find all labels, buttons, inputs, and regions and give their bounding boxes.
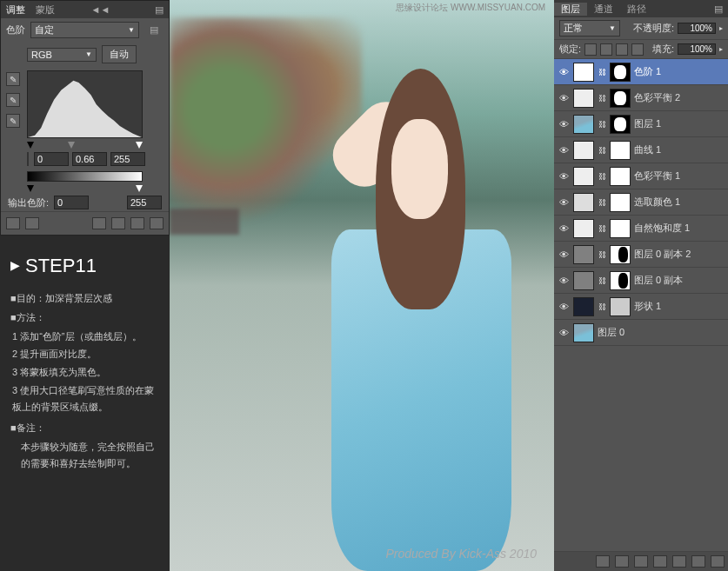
opacity-arrow-icon[interactable]: ▸ bbox=[719, 24, 723, 32]
lock-pixels-icon[interactable] bbox=[600, 43, 612, 56]
fill-field[interactable]: 100% bbox=[678, 43, 716, 55]
link-layers-icon[interactable] bbox=[596, 555, 610, 568]
visibility-eye-icon[interactable]: 👁 bbox=[558, 144, 570, 156]
layer-mask-thumb[interactable] bbox=[610, 141, 631, 160]
link-icon[interactable]: ⛓ bbox=[598, 94, 606, 103]
layer-mask-thumb[interactable] bbox=[610, 193, 631, 212]
layer-name[interactable]: 图层 1 bbox=[634, 117, 725, 130]
layer-row[interactable]: 👁⛓色彩平衡 1 bbox=[554, 163, 728, 189]
link-icon[interactable]: ⛓ bbox=[598, 146, 606, 155]
photo-canvas[interactable]: Produced By Kick-Ass 2010 bbox=[170, 0, 554, 571]
clip-icon[interactable] bbox=[27, 152, 29, 166]
layer-thumb[interactable] bbox=[573, 63, 594, 82]
layer-name[interactable]: 自然饱和度 1 bbox=[634, 222, 725, 235]
visibility-icon[interactable] bbox=[111, 217, 125, 229]
output-black-field[interactable] bbox=[54, 196, 89, 209]
layer-mask-thumb[interactable] bbox=[610, 63, 631, 82]
layer-name[interactable]: 图层 0 副本 bbox=[634, 274, 725, 287]
layer-name[interactable]: 色彩平衡 2 bbox=[634, 91, 725, 104]
tab-adjustments[interactable]: 调整 bbox=[6, 3, 25, 17]
layer-thumb[interactable] bbox=[573, 115, 594, 134]
layer-thumb[interactable] bbox=[573, 271, 594, 290]
fill-arrow-icon[interactable]: ▸ bbox=[719, 45, 723, 53]
link-icon[interactable]: ⛓ bbox=[598, 172, 606, 181]
link-icon[interactable]: ⛓ bbox=[598, 250, 606, 259]
visibility-eye-icon[interactable]: 👁 bbox=[558, 301, 570, 313]
input-gamma-field[interactable] bbox=[72, 152, 107, 166]
layer-row[interactable]: 👁⛓曲线 1 bbox=[554, 137, 728, 163]
preset-dropdown[interactable]: 自定 ▼ bbox=[30, 22, 139, 38]
visibility-eye-icon[interactable]: 👁 bbox=[558, 170, 570, 183]
link-icon[interactable]: ⛓ bbox=[598, 276, 606, 285]
layer-name[interactable]: 图层 0 副本 2 bbox=[634, 248, 725, 261]
layer-thumb[interactable] bbox=[573, 141, 594, 160]
panel-menu-icon[interactable]: ▤ bbox=[150, 4, 169, 16]
mask-icon[interactable] bbox=[634, 555, 648, 568]
histogram[interactable] bbox=[27, 70, 143, 138]
layer-mask-thumb[interactable] bbox=[610, 167, 631, 186]
eyedropper-gray-icon[interactable]: ✎ bbox=[6, 93, 20, 107]
visibility-eye-icon[interactable]: 👁 bbox=[558, 66, 570, 78]
adjustment-layer-icon[interactable] bbox=[653, 555, 667, 568]
layer-row[interactable]: 👁⛓图层 0 副本 2 bbox=[554, 242, 728, 268]
layer-thumb[interactable] bbox=[573, 219, 594, 238]
layer-name[interactable]: 曲线 1 bbox=[634, 143, 725, 156]
delete-icon[interactable] bbox=[150, 217, 164, 229]
visibility-eye-icon[interactable]: 👁 bbox=[558, 118, 570, 130]
output-white-field[interactable] bbox=[127, 196, 162, 209]
white-point-handle[interactable] bbox=[136, 142, 143, 149]
layer-mask-thumb[interactable] bbox=[610, 271, 631, 290]
auto-button[interactable]: 自动 bbox=[102, 45, 137, 63]
lock-all-icon[interactable] bbox=[631, 43, 644, 56]
input-black-field[interactable] bbox=[34, 152, 69, 166]
layers-menu-icon[interactable]: ▤ bbox=[709, 3, 728, 15]
layer-row[interactable]: 👁⛓自然饱和度 1 bbox=[554, 216, 728, 242]
link-icon[interactable]: ⛓ bbox=[598, 224, 606, 233]
layer-row[interactable]: 👁⛓图层 1 bbox=[554, 111, 728, 137]
layer-row[interactable]: 👁⛓色彩平衡 2 bbox=[554, 85, 728, 111]
layer-thumb[interactable] bbox=[573, 323, 594, 342]
opacity-field[interactable]: 100% bbox=[678, 23, 716, 34]
tab-channels[interactable]: 通道 bbox=[587, 3, 620, 16]
channel-dropdown[interactable]: RGB ▼ bbox=[27, 48, 97, 62]
lock-transparent-icon[interactable] bbox=[584, 43, 597, 56]
layer-thumb[interactable] bbox=[573, 297, 594, 316]
link-icon[interactable]: ⛓ bbox=[598, 302, 606, 311]
return-icon[interactable] bbox=[6, 217, 20, 229]
clip-layer-icon[interactable] bbox=[92, 217, 106, 229]
eyedropper-black-icon[interactable]: ✎ bbox=[6, 72, 20, 86]
layer-thumb[interactable] bbox=[573, 193, 594, 212]
layer-thumb[interactable] bbox=[573, 245, 594, 264]
layer-row[interactable]: 👁⛓选取颜色 1 bbox=[554, 189, 728, 216]
link-icon[interactable]: ⛓ bbox=[598, 120, 606, 129]
layer-mask-thumb[interactable] bbox=[610, 115, 631, 134]
layer-mask-thumb[interactable] bbox=[610, 297, 631, 316]
visibility-eye-icon[interactable]: 👁 bbox=[558, 249, 570, 261]
fx-icon[interactable] bbox=[615, 555, 629, 568]
layer-name[interactable]: 色阶 1 bbox=[634, 65, 725, 78]
layer-name[interactable]: 形状 1 bbox=[634, 300, 725, 313]
layer-name[interactable]: 图层 0 bbox=[598, 326, 725, 339]
output-white-handle[interactable] bbox=[136, 185, 143, 192]
layer-mask-thumb[interactable] bbox=[610, 89, 631, 108]
trash-icon[interactable] bbox=[711, 555, 725, 568]
eyedropper-white-icon[interactable]: ✎ bbox=[6, 114, 20, 128]
visibility-eye-icon[interactable]: 👁 bbox=[558, 275, 570, 287]
layer-mask-thumb[interactable] bbox=[610, 245, 631, 264]
tab-paths[interactable]: 路径 bbox=[620, 3, 653, 16]
tab-masks[interactable]: 蒙版 bbox=[36, 3, 55, 17]
layer-row[interactable]: 👁⛓形状 1 bbox=[554, 294, 728, 320]
gamma-handle[interactable] bbox=[68, 142, 75, 149]
layer-name[interactable]: 色彩平衡 1 bbox=[634, 169, 725, 183]
layer-row[interactable]: 👁图层 0 bbox=[554, 320, 728, 346]
panel-close-icon[interactable]: ◄◄ bbox=[91, 4, 110, 15]
visibility-eye-icon[interactable]: 👁 bbox=[558, 327, 570, 339]
blend-mode-dropdown[interactable]: 正常 ▼ bbox=[559, 20, 620, 37]
group-icon[interactable] bbox=[672, 555, 686, 568]
expand-icon[interactable] bbox=[25, 217, 39, 229]
link-icon[interactable]: ⛓ bbox=[598, 68, 606, 76]
output-slider[interactable] bbox=[27, 185, 143, 192]
black-point-handle[interactable] bbox=[27, 142, 34, 149]
input-white-field[interactable] bbox=[110, 152, 145, 166]
visibility-eye-icon[interactable]: 👁 bbox=[558, 222, 570, 235]
